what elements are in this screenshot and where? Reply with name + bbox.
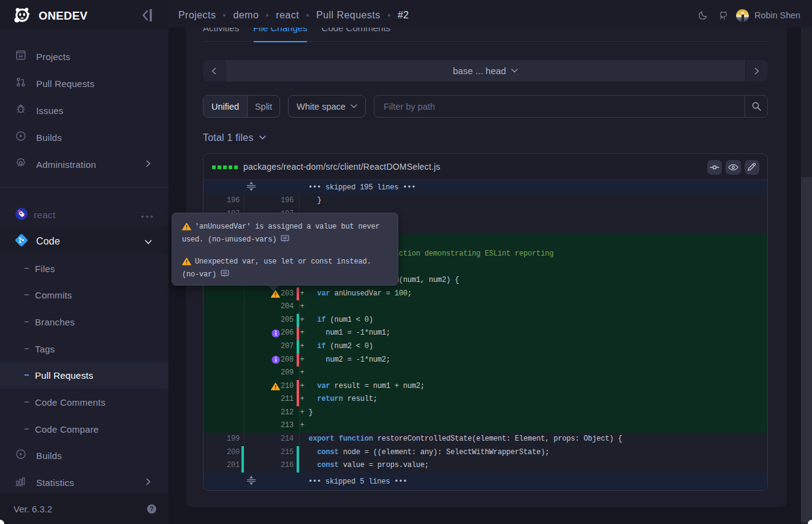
svg-text:?: ? [150, 505, 153, 512]
